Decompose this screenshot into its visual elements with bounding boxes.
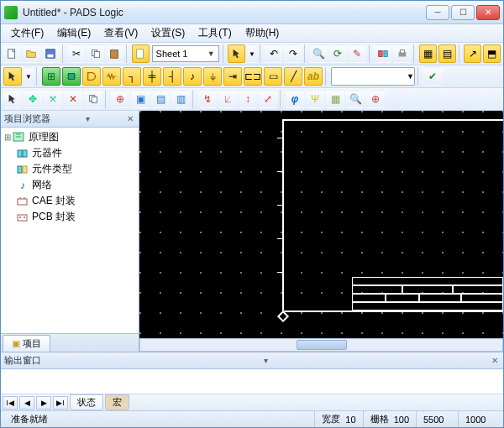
port-icon[interactable]: ⇥: [223, 67, 242, 86]
nav-first-icon[interactable]: I◀: [3, 396, 18, 410]
status-width: 宽度 10: [314, 411, 362, 427]
dropdown-arrow-icon-2[interactable]: ▼: [24, 67, 34, 86]
toolbar-row-3: ✥ ⤧ ✕ ⊕ ▣ ▤ ▥ ↯ ⟀ ↕ ⤢ φ Ψ ▦ 🔍 ⊕: [1, 88, 503, 111]
tool-m-icon[interactable]: ⤢: [259, 90, 277, 108]
resistor-icon[interactable]: [102, 67, 121, 86]
tool-d-icon[interactable]: ↗: [464, 44, 481, 63]
menu-view[interactable]: 查看(V): [97, 24, 144, 42]
tool-i-icon[interactable]: ▥: [171, 90, 190, 108]
tree-item-pcb[interactable]: PCB 封装: [3, 209, 137, 225]
dropdown-arrow-icon[interactable]: ▼: [247, 44, 256, 63]
pan-icon[interactable]: ⤧: [44, 90, 62, 108]
nav-next-icon[interactable]: ▶: [36, 396, 51, 410]
zoom-icon[interactable]: 🔍: [310, 44, 328, 63]
tool-n-icon[interactable]: Ψ: [306, 90, 324, 108]
output-header: 输出窗口 ▾ ✕: [1, 352, 503, 369]
print-icon[interactable]: [393, 44, 411, 63]
add-part-icon[interactable]: ⊞: [42, 67, 60, 86]
cut-icon[interactable]: ✂: [67, 44, 85, 63]
drawing-frame: [282, 119, 503, 312]
expand-icon[interactable]: ⊞: [3, 133, 13, 142]
tool-j-icon[interactable]: ↯: [198, 90, 217, 108]
pcb-icon: [16, 211, 29, 223]
tree-item-component[interactable]: 元器件: [3, 145, 137, 161]
nav-prev-icon[interactable]: ◀: [19, 396, 34, 410]
output-body[interactable]: [1, 369, 503, 394]
close-panel-icon[interactable]: ✕: [490, 356, 500, 365]
tool-h-icon[interactable]: ▤: [151, 90, 170, 108]
window-title: Untitled* - PADS Logic: [23, 7, 424, 18]
cursor-mode-icon[interactable]: [228, 44, 245, 63]
copy-icon[interactable]: [87, 44, 104, 63]
menu-file[interactable]: 文件(F): [4, 24, 50, 42]
check-icon[interactable]: ✔: [423, 67, 442, 86]
minimize-button[interactable]: ─: [426, 5, 449, 20]
arrow-icon[interactable]: [3, 90, 22, 108]
project-tree[interactable]: ⊞ 原理图 元器件 元件类型 ♪ 网络 CAE 封装 PC: [1, 128, 139, 333]
tool-e-icon[interactable]: ⬒: [483, 44, 501, 63]
tree-item-schematic[interactable]: ⊞ 原理图: [3, 129, 137, 145]
tool-g-icon[interactable]: ▣: [131, 90, 150, 108]
menu-setup[interactable]: 设置(S): [144, 24, 192, 42]
close-panel-icon[interactable]: ✕: [125, 114, 135, 123]
output-tab-status[interactable]: 状态: [70, 394, 103, 410]
move-icon[interactable]: ✥: [24, 90, 42, 108]
offpage-icon[interactable]: ⊏⊐: [244, 67, 262, 86]
sheet-icon[interactable]: [132, 44, 150, 63]
phi-icon[interactable]: φ: [286, 90, 304, 108]
drawing-canvas[interactable]: [139, 111, 503, 338]
tree-item-component-type[interactable]: 元件类型: [3, 161, 137, 177]
tree-item-net[interactable]: ♪ 网络: [3, 177, 137, 193]
select-icon[interactable]: [3, 67, 22, 86]
hierarchy-icon[interactable]: ▭: [264, 67, 282, 86]
undo-icon[interactable]: ↶: [265, 44, 282, 63]
open-icon[interactable]: [23, 44, 40, 63]
menu-tools[interactable]: 工具(T): [192, 24, 238, 42]
tool-b-icon[interactable]: ▦: [419, 44, 437, 63]
tool-a-icon[interactable]: [374, 44, 391, 63]
save-icon[interactable]: [42, 44, 60, 63]
new-icon[interactable]: [3, 44, 21, 63]
gate-icon[interactable]: [82, 67, 101, 86]
menu-edit[interactable]: 编辑(E): [50, 24, 97, 42]
refresh-icon[interactable]: ⟳: [329, 44, 347, 63]
tool-k-icon[interactable]: ⟀: [218, 90, 237, 108]
menu-help[interactable]: 帮助(H): [239, 24, 286, 42]
svg-rect-4: [94, 51, 99, 57]
tool-f-icon[interactable]: ⊕: [111, 90, 129, 108]
tool-c-icon[interactable]: ▤: [438, 44, 456, 63]
tool-l-icon[interactable]: ↕: [239, 90, 257, 108]
sheet-combo[interactable]: Sheet 1 ▼: [152, 45, 219, 62]
duplicate-icon[interactable]: [84, 90, 102, 108]
chip-icon[interactable]: [62, 67, 81, 86]
sidebar-tab-project[interactable]: ▣ 项目: [3, 335, 50, 352]
pin-icon[interactable]: ▾: [84, 114, 92, 123]
highlight-icon[interactable]: ✎: [349, 44, 366, 63]
redo-icon[interactable]: ↷: [284, 44, 302, 63]
nav-last-icon[interactable]: ▶I: [53, 396, 68, 410]
tree-item-cae[interactable]: CAE 封装: [3, 193, 137, 209]
text-icon[interactable]: ab: [304, 67, 323, 86]
tool-o-icon[interactable]: ▦: [326, 90, 344, 108]
menubar: 文件(F) 编辑(E) 查看(V) 设置(S) 工具(T) 帮助(H): [1, 24, 503, 43]
search-tool-icon[interactable]: 🔍: [346, 90, 365, 108]
delete-icon[interactable]: ✕: [64, 90, 82, 108]
ground-icon[interactable]: ⏚: [203, 67, 222, 86]
output-tab-macro[interactable]: 宏: [105, 394, 129, 410]
junction-icon[interactable]: ┤: [163, 67, 181, 86]
svg-rect-6: [113, 50, 117, 52]
maximize-button[interactable]: ☐: [451, 5, 475, 20]
net-icon[interactable]: ♪: [183, 67, 202, 86]
pin-icon[interactable]: ▾: [262, 356, 270, 365]
tool-p-icon[interactable]: ⊕: [366, 90, 385, 108]
line-icon[interactable]: ╱: [284, 67, 302, 86]
canvas-hscrollbar[interactable]: [139, 338, 503, 352]
close-button[interactable]: ✕: [476, 5, 500, 20]
paste-icon[interactable]: [106, 44, 123, 63]
component-type-icon: [16, 164, 29, 175]
status-y: 1000: [458, 411, 500, 427]
wire-icon[interactable]: ┐: [123, 67, 141, 86]
bus-icon[interactable]: ╪: [143, 67, 161, 86]
tree-label: 元件类型: [32, 162, 72, 176]
extra-combo[interactable]: ▼: [331, 67, 415, 86]
